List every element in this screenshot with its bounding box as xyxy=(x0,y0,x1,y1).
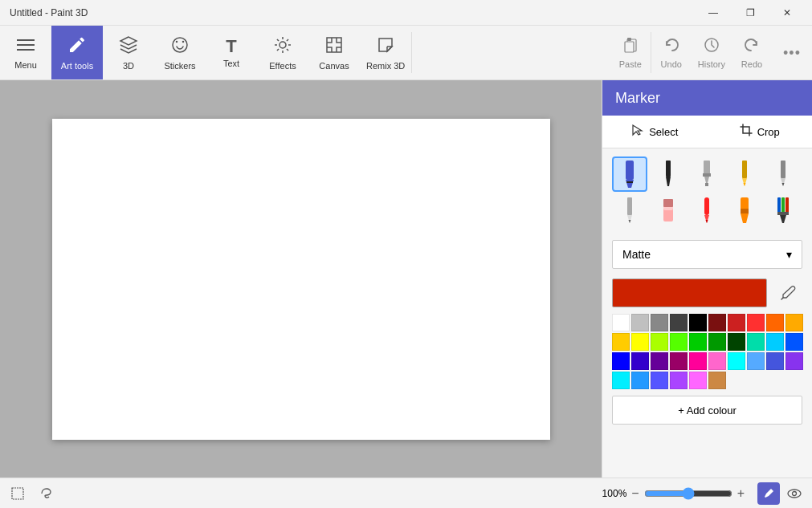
palette-color-cell[interactable] xyxy=(651,314,668,331)
brush-pencil2[interactable] xyxy=(612,193,647,229)
palette-color-cell[interactable] xyxy=(612,333,630,351)
more-icon: ••• xyxy=(783,46,801,60)
palette-color-cell[interactable] xyxy=(766,314,784,331)
drawing-canvas[interactable] xyxy=(52,119,550,440)
svg-rect-32 xyxy=(781,161,785,178)
3d-icon xyxy=(119,35,138,58)
selection-mode-button[interactable] xyxy=(6,482,29,505)
toolbar-undo[interactable]: Undo xyxy=(651,26,692,79)
palette-color-cell[interactable] xyxy=(612,352,630,370)
canvas-icon xyxy=(324,35,344,58)
palette-color-cell[interactable] xyxy=(747,314,765,331)
palette-color-cell[interactable] xyxy=(689,352,707,370)
palette-color-cell[interactable] xyxy=(708,372,726,389)
brush-red[interactable] xyxy=(689,193,724,229)
palette-color-cell[interactable] xyxy=(689,372,707,389)
palette-color-cell[interactable] xyxy=(612,372,630,389)
palette-color-cell[interactable] xyxy=(651,333,668,351)
toolbar-history[interactable]: History xyxy=(692,26,732,79)
svg-rect-41 xyxy=(704,197,709,215)
close-button[interactable]: ✕ xyxy=(769,0,806,26)
eyedropper-button[interactable] xyxy=(773,278,802,307)
svg-rect-26 xyxy=(703,173,711,177)
minimize-button[interactable]: — xyxy=(695,0,732,26)
palette-color-cell[interactable] xyxy=(766,333,784,351)
maximize-button[interactable]: ❐ xyxy=(732,0,769,26)
palette-color-cell[interactable] xyxy=(689,314,707,331)
palette-color-cell[interactable] xyxy=(631,333,649,351)
zoom-slider[interactable] xyxy=(644,487,732,500)
remix3d-icon xyxy=(376,35,395,58)
remix3d-label: Remix 3D xyxy=(366,61,405,71)
current-color-swatch[interactable] xyxy=(612,278,767,307)
panel-title: Marker xyxy=(615,90,660,107)
zoom-percent: 100% xyxy=(594,488,626,499)
toolbar-stickers[interactable]: Stickers xyxy=(154,26,206,79)
palette-color-cell[interactable] xyxy=(689,333,707,351)
brush-orange[interactable] xyxy=(727,193,762,229)
toolbar-text[interactable]: T Text xyxy=(206,26,257,79)
palette-color-cell[interactable] xyxy=(631,352,649,370)
add-colour-button[interactable]: + Add colour xyxy=(612,396,802,425)
paste-icon xyxy=(622,36,639,56)
palette-color-cell[interactable] xyxy=(670,314,688,331)
palette-color-cell[interactable] xyxy=(670,372,688,389)
svg-rect-0 xyxy=(17,39,35,41)
palette-color-cell[interactable] xyxy=(708,333,726,351)
brush-oil[interactable] xyxy=(689,156,724,192)
toolbar-redo[interactable]: Redo xyxy=(732,26,772,79)
titlebar: Untitled - Paint 3D — ❐ ✕ xyxy=(0,0,812,26)
hide-strokes-button[interactable] xyxy=(783,482,806,505)
brush-eraser[interactable] xyxy=(651,193,686,229)
zoom-in-button[interactable]: + xyxy=(737,486,745,501)
palette-color-cell[interactable] xyxy=(612,314,630,331)
window-controls: — ❐ ✕ xyxy=(695,0,806,26)
palette-color-cell[interactable] xyxy=(631,314,649,331)
zoom-out-button[interactable]: − xyxy=(631,486,639,501)
toolbar-remix3d[interactable]: Remix 3D xyxy=(360,26,411,79)
brush-active-indicator[interactable] xyxy=(757,482,780,505)
palette-color-cell[interactable] xyxy=(728,314,745,331)
svg-line-12 xyxy=(287,48,288,50)
history-label: History xyxy=(698,59,725,69)
palette-color-cell[interactable] xyxy=(785,333,803,351)
canvas-area[interactable] xyxy=(0,80,602,478)
palette-color-cell[interactable] xyxy=(631,372,649,389)
palette-color-cell[interactable] xyxy=(747,333,765,351)
toolbar-3d[interactable]: 3D xyxy=(103,26,154,79)
toolbar-effects[interactable]: Effects xyxy=(257,26,308,79)
matte-dropdown[interactable]: Matte ▾ xyxy=(612,240,802,269)
palette-color-cell[interactable] xyxy=(766,352,784,370)
palette-color-cell[interactable] xyxy=(785,314,803,331)
select-button[interactable]: Select xyxy=(602,116,708,148)
lasso-mode-button[interactable] xyxy=(35,482,58,505)
toolbar-paste[interactable]: Paste xyxy=(610,26,651,79)
crop-button[interactable]: Crop xyxy=(708,116,813,148)
brush-pencil-gray[interactable] xyxy=(765,156,801,192)
palette-color-cell[interactable] xyxy=(747,352,765,370)
palette-color-cell[interactable] xyxy=(728,333,745,351)
palette-color-cell[interactable] xyxy=(708,314,726,331)
brush-calligraphy[interactable] xyxy=(651,156,686,192)
svg-marker-51 xyxy=(780,215,786,223)
palette-color-cell[interactable] xyxy=(708,352,726,370)
brush-pencil-gold[interactable] xyxy=(727,156,762,192)
palette-color-cell[interactable] xyxy=(670,352,688,370)
svg-rect-17 xyxy=(625,42,634,52)
palette-color-cell[interactable] xyxy=(728,352,745,370)
brush-multi[interactable] xyxy=(765,193,801,229)
toolbar-divider xyxy=(411,32,412,73)
crop-label: Crop xyxy=(757,126,780,138)
toolbar-art-tools[interactable]: Art tools xyxy=(51,26,103,79)
toolbar-canvas[interactable]: Canvas xyxy=(308,26,360,79)
palette-color-cell[interactable] xyxy=(670,333,688,351)
palette-color-cell[interactable] xyxy=(651,352,668,370)
brush-marker[interactable] xyxy=(612,156,647,192)
menu-icon xyxy=(17,36,35,57)
palette-color-cell[interactable] xyxy=(785,352,803,370)
palette-color-cell[interactable] xyxy=(651,372,668,389)
toolbar-menu[interactable]: Menu xyxy=(0,26,51,79)
svg-rect-40 xyxy=(663,199,673,207)
crop-icon xyxy=(740,124,753,140)
toolbar-more[interactable]: ••• xyxy=(772,26,812,79)
